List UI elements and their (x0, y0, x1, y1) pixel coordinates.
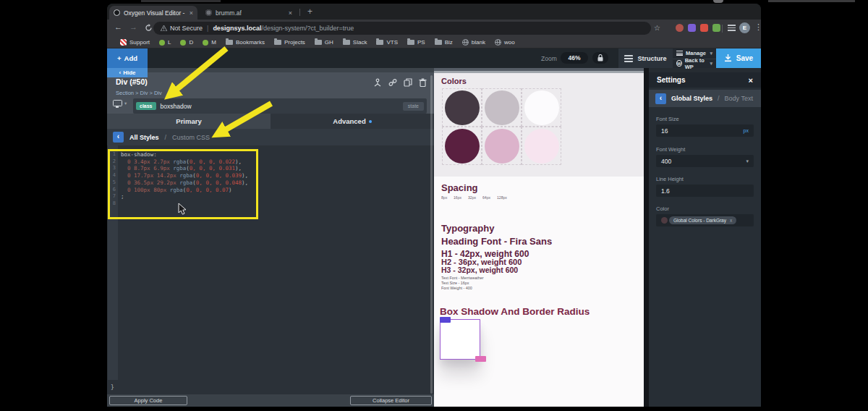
global-styles-link[interactable]: Global Styles (671, 95, 712, 102)
link-icon[interactable] (388, 78, 397, 87)
extension-icon[interactable] (688, 24, 696, 32)
bookmark-ps[interactable]: PS (407, 39, 425, 46)
element-panel-header: Div (#50) Section > Div > Div (107, 72, 434, 114)
browser-menu-icon[interactable]: ⋮ (754, 22, 762, 32)
device-selector[interactable]: ▾ (113, 100, 127, 106)
settings-title: Settings (657, 76, 685, 84)
code-line: 0 3.4px 2.7px rgba(0, 0, 0, 0.022), (121, 158, 248, 166)
reading-list-icon[interactable] (728, 25, 736, 31)
bookmark-l[interactable]: L (159, 39, 171, 46)
font-weight-select[interactable]: 400 ▾ (656, 155, 754, 167)
globe-icon (495, 39, 501, 46)
line-height-value: 1.6 (661, 187, 670, 195)
panel-scrollbar[interactable] (430, 75, 433, 394)
extension-icon[interactable] (676, 24, 684, 32)
add-button[interactable]: + Add (107, 48, 148, 68)
modified-indicator-dot (369, 120, 372, 123)
spacing-heading: Spacing (441, 182, 478, 193)
breadcrumb-divider: / (165, 134, 167, 141)
code-token: 0, 0, 0, 0.022 (190, 158, 235, 165)
chevron-down-icon: ▾ (710, 51, 712, 56)
global-color-chip[interactable]: Global Colors - DarkGray x (669, 216, 736, 224)
bookmark-m[interactable]: M (203, 39, 216, 46)
bookmark-support[interactable]: Support (120, 39, 150, 46)
bookmark-star-icon[interactable]: ☆ (654, 24, 660, 32)
address-path: /design-system/?ct_builder=true (261, 25, 354, 32)
oxygen-editor: + Add Zoom 46% Structure (107, 48, 761, 407)
structure-button[interactable]: Structure (618, 48, 673, 68)
code-token: rgba (179, 172, 192, 179)
font-size-unit[interactable]: px (744, 128, 749, 133)
code-token: ; (121, 193, 124, 200)
line-number: 8 (108, 200, 118, 208)
address-bar[interactable]: Not Secure | designsys.local /design-sys… (153, 22, 651, 35)
spacing-values: 8px16px32px64px128px (441, 195, 509, 200)
back-button[interactable]: ‹ (113, 132, 124, 143)
bookmark-bookmarks[interactable]: Bookmarks (226, 39, 265, 46)
element-breadcrumb[interactable]: Section > Div > Div (116, 90, 162, 96)
bookmark-blank[interactable]: blank (462, 39, 485, 46)
tab-advanced[interactable]: Advanced (271, 114, 434, 129)
boxshadow-demo-element[interactable] (440, 319, 480, 360)
code-token: 0 8.7px 6.9px (127, 165, 170, 171)
code-token: rgba (173, 165, 186, 171)
font-size-label: Font Size (656, 116, 679, 122)
browser-tab-oxygen[interactable]: Oxygen Visual Editor - Design × (109, 6, 197, 20)
bookmark-woo[interactable]: woo (495, 39, 515, 46)
remove-icon[interactable]: x (730, 218, 732, 223)
bookmark-label: Bookmarks (236, 39, 265, 46)
bookmark-label: D (189, 39, 193, 46)
bookmark-label: Projects (284, 39, 305, 46)
bookmark-slack[interactable]: Slack (343, 39, 367, 46)
tab-close-icon[interactable]: × (190, 9, 193, 17)
bookmark-biz[interactable]: Biz (435, 39, 453, 46)
closing-brace: } (111, 384, 114, 391)
back-to-wp-label: Back to WP (685, 57, 707, 70)
back-button[interactable]: ‹ (655, 93, 666, 104)
save-button[interactable]: Save (716, 48, 761, 68)
extension-icon[interactable] (712, 24, 720, 32)
state-button[interactable]: state (403, 102, 424, 111)
hide-button[interactable]: ‹ Hide (107, 68, 148, 77)
bookmark-projects[interactable]: Projects (274, 39, 305, 46)
back-icon[interactable]: ← (114, 22, 122, 31)
reload-icon[interactable] (145, 24, 153, 32)
close-icon[interactable]: × (749, 76, 753, 85)
dot-icon (180, 40, 186, 46)
trash-icon[interactable] (419, 78, 427, 87)
tab-close-icon[interactable]: × (289, 9, 292, 17)
css-code-editor[interactable]: 12345678 box-shadow: 0 3.4px 2.7px rgba(… (107, 145, 434, 394)
element-selection-badge (440, 317, 451, 323)
code-token: rgba (173, 158, 186, 165)
swatch-cell (482, 127, 522, 165)
forward-icon[interactable]: → (129, 22, 137, 31)
bookmark-label: woo (504, 39, 515, 46)
class-value: boxshadow (161, 103, 192, 110)
folder-icon (315, 40, 322, 45)
apply-code-button[interactable]: Apply Code (109, 396, 187, 405)
browser-tab-brumm[interactable]: brumm.af × (201, 6, 297, 20)
spacing-value: 32px (468, 195, 476, 199)
bookmark-d[interactable]: D (180, 39, 193, 46)
back-to-wp-dropdown[interactable]: Back to WP ▾ (673, 59, 716, 69)
profile-avatar[interactable]: E (739, 22, 750, 33)
move-element-icon[interactable] (373, 78, 382, 87)
custom-css-label: Custom CSS (172, 134, 210, 141)
code-token: 0, 0, 0, 0.07 (186, 187, 229, 193)
menubar-artifact (713, 0, 723, 3)
class-input[interactable]: class boxshadow state (133, 98, 427, 114)
tab-primary[interactable]: Primary (107, 114, 271, 129)
line-height-input[interactable]: 1.6 (656, 185, 754, 197)
zoom-lock-button[interactable] (592, 52, 608, 64)
font-size-input[interactable]: 16 px (656, 124, 754, 137)
color-input[interactable]: Global Colors - DarkGray x (656, 214, 754, 226)
zoom-value[interactable]: 46% (561, 52, 588, 64)
duplicate-icon[interactable] (404, 78, 412, 87)
all-styles-link[interactable]: All Styles (129, 134, 159, 141)
collapse-editor-button[interactable]: Collapse Editor (350, 396, 432, 405)
bookmark-vts[interactable]: VTS (376, 39, 398, 46)
code-token: ), (242, 172, 248, 179)
bookmark-gh[interactable]: GH (315, 39, 333, 46)
new-tab-button[interactable]: + (307, 7, 312, 17)
extension-icon[interactable] (700, 24, 708, 32)
